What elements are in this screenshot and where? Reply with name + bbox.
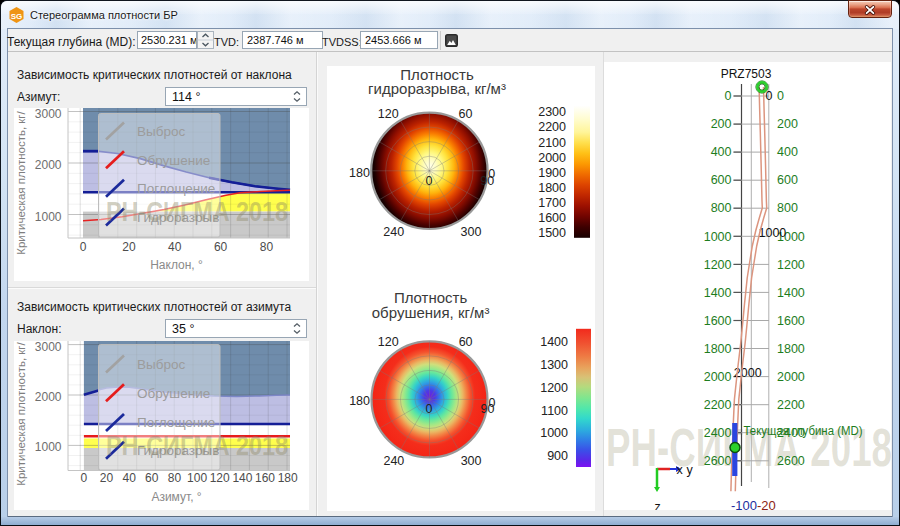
svg-text:0: 0 — [777, 89, 784, 103]
svg-text:1500: 1500 — [538, 226, 566, 240]
svg-text:60: 60 — [214, 240, 228, 254]
svg-text:140: 140 — [232, 471, 252, 485]
svg-text:2400: 2400 — [704, 426, 732, 440]
svg-text:1400: 1400 — [540, 335, 568, 349]
svg-text:обрушения, кг/м³: обрушения, кг/м³ — [372, 304, 490, 321]
svg-text:1700: 1700 — [538, 196, 566, 210]
svg-text:1800: 1800 — [777, 342, 805, 356]
svg-text:1800: 1800 — [538, 181, 566, 195]
svg-text:1000: 1000 — [35, 440, 62, 454]
svg-text:300: 300 — [461, 225, 482, 239]
svg-text:800: 800 — [711, 201, 732, 215]
svg-text:200: 200 — [777, 117, 798, 131]
svg-text:1300: 1300 — [540, 358, 568, 372]
svg-text:1800: 1800 — [704, 342, 732, 356]
svg-text:60: 60 — [145, 471, 159, 485]
svg-text:2000: 2000 — [777, 370, 805, 384]
svg-text:900: 900 — [547, 449, 568, 463]
svg-text:40: 40 — [123, 471, 137, 485]
svg-text:2000: 2000 — [35, 390, 62, 404]
svg-text:Выброс: Выброс — [137, 124, 185, 139]
svg-text:400: 400 — [777, 145, 798, 159]
svg-text:Обрушение: Обрушение — [137, 386, 210, 401]
svg-text:40: 40 — [168, 240, 182, 254]
svg-text:200: 200 — [711, 117, 732, 131]
svg-text:80: 80 — [260, 240, 274, 254]
svg-text:Критическая плотность, кг/: Критическая плотность, кг/ — [15, 341, 27, 485]
svg-text:Обрушение: Обрушение — [137, 153, 210, 168]
svg-text:400: 400 — [711, 145, 732, 159]
svg-text:120: 120 — [378, 107, 399, 121]
svg-text:1000: 1000 — [759, 226, 787, 240]
svg-text:120: 120 — [210, 471, 230, 485]
svg-text:600: 600 — [777, 173, 798, 187]
svg-text:Наклон, °: Наклон, ° — [150, 258, 203, 272]
svg-text:240: 240 — [383, 454, 404, 468]
svg-text:SG: SG — [11, 12, 23, 21]
svg-text:1000: 1000 — [704, 230, 732, 244]
svg-text:0: 0 — [426, 174, 433, 188]
svg-text:0: 0 — [725, 89, 732, 103]
svg-text:20: 20 — [122, 240, 136, 254]
svg-text:1200: 1200 — [704, 258, 732, 272]
svg-text:Текущая глубина (MD): Текущая глубина (MD) — [744, 424, 863, 438]
svg-text:20: 20 — [100, 471, 114, 485]
svg-text:800: 800 — [777, 201, 798, 215]
svg-text:0: 0 — [81, 471, 88, 485]
svg-text:1200: 1200 — [777, 258, 805, 272]
svg-text:2200: 2200 — [777, 398, 805, 412]
svg-text:3000: 3000 — [35, 341, 62, 354]
svg-text:180: 180 — [349, 394, 370, 408]
svg-text:2100: 2100 — [538, 136, 566, 150]
svg-text:1600: 1600 — [777, 314, 805, 328]
svg-text:Азимут, °: Азимут, ° — [151, 490, 201, 504]
svg-text:гидроразрыва, кг/м³: гидроразрыва, кг/м³ — [368, 80, 506, 97]
svg-text:1900: 1900 — [538, 166, 566, 180]
svg-text:60: 60 — [459, 107, 473, 121]
svg-text:100: 100 — [187, 471, 207, 485]
svg-text:180: 180 — [349, 166, 370, 180]
svg-text:PRZ7503: PRZ7503 — [721, 67, 772, 81]
svg-text:240: 240 — [383, 225, 404, 239]
svg-text:1000: 1000 — [540, 426, 568, 440]
svg-text:3000: 3000 — [35, 108, 62, 121]
svg-text:y: y — [686, 463, 693, 477]
svg-text:2600: 2600 — [704, 454, 732, 468]
svg-text:2200: 2200 — [538, 120, 566, 134]
svg-text:90: 90 — [480, 402, 494, 416]
svg-text:x: x — [676, 463, 683, 477]
svg-text:160: 160 — [255, 471, 275, 485]
svg-text:Критическая плотность, кг/: Критическая плотность, кг/ — [15, 110, 27, 254]
svg-text:-100-20: -100-20 — [731, 498, 776, 510]
svg-text:2000: 2000 — [538, 151, 566, 165]
svg-text:60: 60 — [459, 335, 473, 349]
svg-text:1400: 1400 — [704, 286, 732, 300]
svg-text:1200: 1200 — [540, 381, 568, 395]
svg-text:1000: 1000 — [35, 210, 62, 224]
svg-text:РН-СИГМА 2018: РН-СИГМА 2018 — [106, 429, 288, 461]
svg-text:2000: 2000 — [704, 370, 732, 384]
svg-text:120: 120 — [378, 335, 399, 349]
svg-text:1100: 1100 — [541, 404, 568, 418]
svg-text:0: 0 — [426, 402, 433, 416]
svg-text:300: 300 — [461, 454, 482, 468]
svg-text:1400: 1400 — [777, 286, 805, 300]
svg-text:2600: 2600 — [777, 454, 805, 468]
svg-text:z: z — [654, 500, 660, 510]
svg-text:2200: 2200 — [704, 398, 732, 412]
svg-text:РН-СИГМА 2018: РН-СИГМА 2018 — [106, 195, 288, 227]
svg-text:1600: 1600 — [704, 314, 732, 328]
svg-text:90: 90 — [480, 174, 494, 188]
svg-text:80: 80 — [168, 471, 182, 485]
svg-text:0: 0 — [80, 240, 87, 254]
svg-text:600: 600 — [711, 173, 732, 187]
svg-text:180: 180 — [278, 471, 298, 485]
svg-text:2300: 2300 — [538, 105, 566, 119]
svg-text:2000: 2000 — [35, 158, 62, 172]
svg-text:Выброс: Выброс — [137, 357, 185, 372]
svg-text:1600: 1600 — [538, 211, 566, 225]
